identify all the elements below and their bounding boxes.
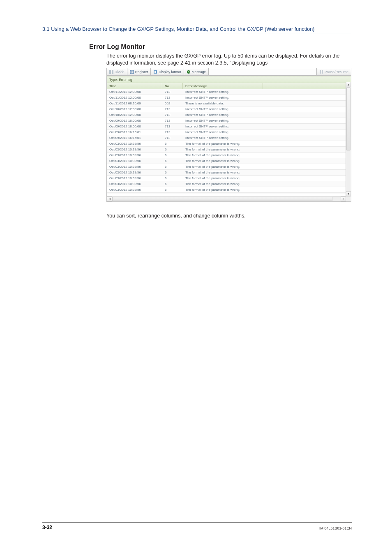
cell-no: 6: [162, 159, 183, 163]
table-row[interactable]: Oct/09/2012 16:15:01713Incorrect SNTP se…: [107, 135, 351, 141]
table-row[interactable]: Oct/09/2012 16:15:01713Incorrect SNTP se…: [107, 130, 351, 135]
grid-header[interactable]: Time No. Error Message: [107, 83, 351, 89]
pause-resume-icon: [319, 70, 323, 74]
cell-no: 6: [162, 171, 183, 174]
svg-rect-7: [320, 70, 321, 74]
cell-time: Oct/03/2012 10:39:56: [107, 148, 162, 151]
svg-rect-0: [109, 70, 111, 74]
divide-button[interactable]: Divide: [107, 68, 127, 76]
cell-msg: Incorrect SNTP server setting.: [183, 107, 263, 111]
col-error-message[interactable]: Error Message: [183, 83, 263, 89]
cell-msg: The format of the parameter is wrong.: [183, 194, 263, 194]
table-row[interactable]: Oct/11/2012 08:36:09552There is no avail…: [107, 101, 351, 106]
display-format-label: Display format: [159, 70, 181, 74]
cell-no: 6: [162, 176, 183, 180]
pause-resume-button[interactable]: Pause/Resume: [316, 68, 351, 76]
col-blank[interactable]: [263, 83, 337, 89]
cell-time: Oct/03/2012 10:39:56: [107, 176, 162, 180]
cell-time: Oct/09/2012 16:15:01: [107, 130, 162, 134]
message-icon: ✎: [187, 70, 191, 74]
message-label: Message: [192, 70, 206, 74]
cell-no: 713: [162, 119, 183, 123]
page-heading: Error Log Monitor: [89, 43, 145, 51]
type-bar-text: Type: Error log: [109, 78, 132, 82]
table-row[interactable]: Oct/03/2012 10:39:566The format of the p…: [107, 141, 351, 147]
table-row[interactable]: Oct/03/2012 10:39:566The format of the p…: [107, 153, 351, 158]
col-time[interactable]: Time: [107, 83, 162, 89]
cell-msg: The format of the parameter is wrong.: [183, 171, 263, 174]
cell-msg: The format of the parameter is wrong.: [183, 142, 263, 146]
table-row[interactable]: Oct/09/2012 18:00:00713Incorrect SNTP se…: [107, 124, 351, 130]
table-row[interactable]: Oct/03/2012 10:39:566The format of the p…: [107, 170, 351, 176]
svg-text:✎: ✎: [187, 71, 189, 73]
hscroll-thumb[interactable]: [112, 197, 332, 201]
cell-no: 6: [162, 153, 183, 157]
pause-resume-label: Pause/Resume: [325, 70, 348, 74]
cell-msg: The format of the parameter is wrong.: [183, 182, 263, 186]
divide-icon: [109, 70, 113, 74]
table-row[interactable]: Oct/11/2012 12:00:00713Incorrect SNTP se…: [107, 95, 351, 101]
cell-msg: Incorrect SNTP server setting.: [183, 90, 263, 94]
table-row[interactable]: Oct/10/2012 12:00:00713Incorrect SNTP se…: [107, 106, 351, 112]
table-row[interactable]: Oct/09/2012 18:00:00713Incorrect SNTP se…: [107, 118, 351, 124]
table-row[interactable]: Oct/03/2012 10:39:566The format of the p…: [107, 187, 351, 193]
cell-no: 713: [162, 113, 183, 117]
cell-no: 552: [162, 102, 183, 105]
cell-time: Oct/09/2012 18:00:00: [107, 125, 162, 128]
cell-time: Oct/11/2012 08:36:09: [107, 102, 162, 105]
table-row[interactable]: Oct/03/2012 10:39:566The format of the p…: [107, 181, 351, 187]
display-format-icon: [153, 70, 157, 74]
page-number: 3-32: [42, 525, 52, 530]
type-bar: Type: Error log: [107, 76, 351, 83]
toolbar-spacer: [209, 68, 316, 76]
cell-time: Oct/03/2012 10:39:56: [107, 159, 162, 163]
cell-time: Oct/10/2012 12:00:00: [107, 113, 162, 117]
cell-no: 713: [162, 96, 183, 99]
table-row[interactable]: Oct/03/2012 10:39:566The format of the p…: [107, 164, 351, 170]
cell-msg: Incorrect SNTP server setting.: [183, 130, 263, 134]
cell-no: 6: [162, 188, 183, 192]
cell-msg: There is no available data.: [183, 102, 263, 105]
cell-time: Oct/09/2012 18:00:00: [107, 119, 162, 123]
grid: Time No. Error Message Oct/11/2012 12:00…: [107, 83, 351, 194]
scroll-corner: [346, 196, 351, 201]
cell-no: 713: [162, 130, 183, 134]
horizontal-scrollbar[interactable]: [107, 196, 346, 201]
register-icon: [130, 70, 134, 74]
scroll-left-button[interactable]: [107, 197, 112, 201]
col-no[interactable]: No.: [162, 83, 183, 89]
scroll-up-button[interactable]: [346, 82, 351, 87]
cell-time: Oct/03/2012 10:39:56: [107, 171, 162, 174]
grid-rows: Oct/11/2012 12:00:00713Incorrect SNTP se…: [107, 89, 351, 194]
cell-msg: The format of the parameter is wrong.: [183, 153, 263, 157]
vscroll-thumb[interactable]: [346, 87, 350, 150]
cell-time: Oct/11/2012 12:00:00: [107, 90, 162, 94]
display-format-button[interactable]: Display format: [151, 68, 184, 76]
cell-no: 713: [162, 107, 183, 111]
hscroll-track[interactable]: [112, 197, 341, 201]
cell-time: Oct/03/2012 10:39:56: [107, 142, 162, 146]
vertical-scrollbar[interactable]: [346, 82, 351, 197]
table-row[interactable]: Oct/10/2012 12:00:00713Incorrect SNTP se…: [107, 112, 351, 118]
cell-msg: The format of the parameter is wrong.: [183, 148, 263, 151]
register-label: Register: [135, 70, 148, 74]
divide-label: Divide: [115, 70, 125, 74]
toolbar: Divide Register Display format ✎ Message: [107, 68, 351, 76]
cell-no: 6: [162, 182, 183, 186]
table-row[interactable]: Oct/03/2012 10:39:566The format of the p…: [107, 176, 351, 181]
table-row[interactable]: Oct/03/2012 10:39:566The format of the p…: [107, 193, 351, 194]
cell-time: Oct/03/2012 10:39:56: [107, 153, 162, 157]
intro-paragraph: The error log monitor displays the GX/GP…: [106, 53, 352, 67]
table-row[interactable]: Oct/03/2012 10:39:566The format of the p…: [107, 147, 351, 153]
cell-time: Oct/03/2012 10:39:56: [107, 188, 162, 192]
table-row[interactable]: Oct/11/2012 12:00:00713Incorrect SNTP se…: [107, 89, 351, 95]
cell-no: 713: [162, 125, 183, 128]
cell-no: 6: [162, 194, 183, 194]
register-button[interactable]: Register: [127, 68, 151, 76]
cell-time: Oct/03/2012 10:39:56: [107, 165, 162, 169]
message-button[interactable]: ✎ Message: [184, 68, 209, 76]
post-screenshot-text: You can sort, rearrange columns, and cha…: [106, 213, 246, 219]
section-breadcrumb-link[interactable]: 3.1 Using a Web Browser to Change the GX…: [42, 26, 351, 33]
table-row[interactable]: Oct/03/2012 10:39:566The format of the p…: [107, 158, 351, 164]
vscroll-track[interactable]: [346, 87, 351, 191]
